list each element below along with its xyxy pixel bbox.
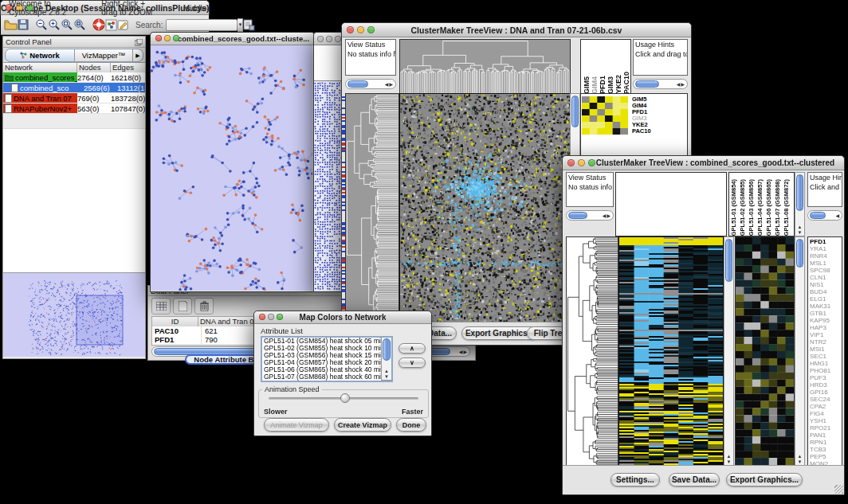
zoom-window-icon[interactable] [277,314,283,320]
minimize-icon[interactable] [268,314,274,320]
gene-label: VIP1 [810,331,842,338]
network-canvas[interactable] [151,45,312,291]
search-dropdown-button[interactable]: ▼ [238,18,243,32]
tab-overflow-arrow[interactable]: ▶ [133,49,143,62]
tv1-status-hscrollbar[interactable]: ◀▶ [345,79,396,89]
gene-label: TCB3 [810,446,842,453]
attribute-down-button[interactable]: ∨ [398,357,426,368]
tab-vizmapper[interactable]: VizMapper™ [75,49,133,62]
gene-label: SEC1 [810,353,842,360]
network-row-selected[interactable]: combined_sco 2569(6) 13112(15) [3,83,145,93]
network-tab-icon [20,52,27,59]
gene-label: HMG1 [810,360,842,367]
close-icon[interactable] [155,35,162,41]
network-row[interactable]: combined_scores_ 2764(0) 16218(0) [3,72,145,83]
minimize-icon[interactable] [164,35,171,41]
gene-label: PAN1 [810,432,842,439]
status-zoom-hint: Right-click + drag to ZOOM [101,0,160,17]
cytoscape-main-window: Cytoscape Desktop (Session Name: collins… [0,0,210,16]
zoom-selected-icon[interactable] [73,17,86,33]
tv2-detail-vscrollbar[interactable]: ▲▼ [795,236,805,466]
animation-speed-slider[interactable] [269,397,418,400]
matrix-dots-canvas[interactable] [314,81,344,291]
attribute-up-button[interactable]: ∧ [398,343,426,354]
birdseye-canvas[interactable] [3,273,145,357]
tv2-save-data-button[interactable]: Save Data... [669,473,720,486]
gene-label: SEC24 [810,396,842,403]
attribute-listbox[interactable]: GPL51-01 (GSM854) heat shock 05 min GPL5… [261,336,393,382]
treeview1-title-bar[interactable]: ClusterMaker TreeView : DNA and Tran 07-… [342,23,691,37]
minimize-icon[interactable] [578,159,585,166]
new-attribute-icon[interactable] [173,298,192,315]
tv2-heatmap-vscrollbar[interactable]: ▲▼ [724,236,734,466]
tv1-row-labels: GIM5 GIM4 PFD1 GIM3 YKE2 PAC10 [632,96,651,135]
tv1-detail-heatmap[interactable] [582,96,628,135]
edit-network-icon[interactable] [117,17,129,33]
close-icon[interactable] [347,26,354,33]
birdseye-view[interactable] [3,272,145,358]
tv2-settings-button[interactable]: Settings... [610,473,660,486]
close-icon[interactable] [259,314,265,320]
tv2-detail-heatmap[interactable] [736,237,794,465]
tv2-export-graphics-button[interactable]: Export Graphics... [726,473,803,486]
zoom-in-icon[interactable] [48,17,61,33]
create-vizmap-button[interactable]: Create Vizmap [334,418,391,432]
tv1-heatmap-canvas[interactable] [400,94,570,322]
tv1-col-label: YKE2 [614,75,622,94]
zoom-window-icon[interactable] [173,35,179,41]
trash-icon[interactable] [194,298,214,315]
animate-vizmap-button[interactable]: Animate Vizmap [264,418,329,432]
tv1-hints-hscrollbar[interactable]: ◀▶ [633,79,688,89]
gene-label: RNR4 [810,252,842,260]
float-panel-icon[interactable] [135,35,143,49]
attribute-item[interactable]: GPL51-07 (GSM868) heat shock 60 min [262,373,391,381]
attribute-table-icon[interactable] [151,298,171,315]
plugin-manager-icon[interactable] [105,17,117,33]
zoom-window-icon[interactable] [367,26,375,33]
tv2-heatmap-canvas[interactable] [619,237,723,465]
tv2-row-dendrogram[interactable] [567,237,618,465]
help-lifesaver-icon[interactable] [92,17,105,33]
zoom-window-icon[interactable] [335,36,341,42]
search-input[interactable] [166,19,238,31]
tab-network[interactable]: Network [5,49,75,62]
tv2-hints-hscrollbar[interactable]: ◀ [807,210,842,221]
tv1-col-label: PFD1 [599,76,607,94]
search-config-icon[interactable] [243,17,255,33]
close-icon[interactable] [317,36,324,42]
resize-grip[interactable] [834,485,843,494]
attribute-list-vscrollbar[interactable]: ▲▼ [381,338,391,381]
gene-label: MAK31 [810,303,842,310]
minimize-icon[interactable] [357,26,364,33]
network-row[interactable]: DNA and Tran 07 769(0) 183728(0) [3,93,145,104]
zoom-out-icon[interactable] [35,17,48,33]
tv2-labels-vscrollbar[interactable]: ▲▼ [795,172,805,236]
open-folder-icon[interactable] [4,17,18,33]
network-doc-icon [5,104,12,113]
treeview1-title: ClusterMaker TreeView : DNA and Tran 07-… [411,25,622,35]
zoom-fit-icon[interactable] [61,17,73,33]
folder-icon [5,74,14,81]
tv1-usage-hints: Usage Hints Click and drag to [633,39,688,76]
done-button[interactable]: Done [396,418,426,432]
treeview2-title-bar[interactable]: ClusterMaker TreeView : combined_scores_… [563,156,844,170]
close-icon[interactable] [567,159,575,166]
network-view-title-bar[interactable]: combined_scores_good.txt--cluste... [151,33,314,45]
minimize-icon[interactable] [326,36,332,42]
control-panel-title: Control Panel [6,37,52,46]
save-icon[interactable] [18,17,29,33]
gene-label: BUD4 [810,288,842,295]
dialog-title-bar[interactable]: Map Colors to Network [254,311,431,324]
tv2-col-label: GPL51-04 (GSM857) [756,179,765,236]
tv1-row-dendrogram[interactable] [346,94,398,322]
slider-slower-label: Slower [264,408,288,416]
gene-label: RPO21 [810,424,842,432]
network-doc-icon [11,84,18,92]
tv2-status-hscrollbar[interactable]: ◀▶ [566,210,614,221]
zoom-window-icon[interactable] [588,159,595,166]
tv1-column-dendrogram[interactable] [400,40,570,94]
slider-thumb[interactable] [340,393,350,403]
tv2-column-dendrogram-area[interactable] [615,172,727,236]
search-label: Search: [135,21,163,29]
network-row[interactable]: RNAPuberNov2+ 563(0) 107847(0) [3,104,145,114]
